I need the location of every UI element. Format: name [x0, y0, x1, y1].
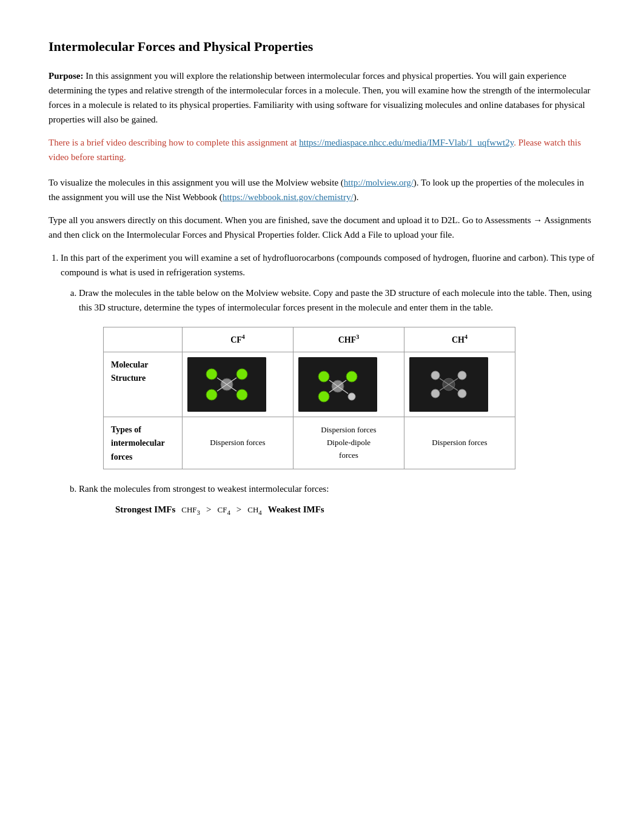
upload-instructions: Type all you answers directly on this do…	[49, 213, 595, 242]
molview-paragraph: To visualize the molecules in this assig…	[49, 175, 595, 204]
molecule-table-container: CF4 CHF3 CH4	[103, 327, 595, 469]
col-header-chf3: CHF3	[293, 327, 404, 352]
q1-sublist: Draw the molecules in the table below on…	[79, 286, 595, 518]
page-title: Intermolecular Forces and Physical Prope…	[49, 36, 595, 56]
purpose-text: In this assignment you will explore the …	[49, 71, 591, 124]
col-header-ch4: CH4	[404, 327, 515, 352]
svg-point-4	[206, 389, 217, 400]
mol1-name: CHF3	[181, 504, 200, 518]
cf4-imf-cell: Dispersion forces	[183, 417, 293, 469]
svg-point-13	[346, 371, 357, 382]
molview-text1: To visualize the molecules in this assig…	[49, 178, 344, 187]
nist-link[interactable]: https://webbook.nist.gov/chemistry/	[223, 192, 354, 202]
main-questions: In this part of the experiment you will …	[61, 250, 595, 518]
chf3-imf-line1: Dispersion forces	[321, 425, 376, 434]
svg-point-15	[348, 393, 355, 400]
ch4-mol-image	[409, 357, 488, 412]
svg-point-3	[236, 369, 247, 380]
cf4-structure-cell	[183, 352, 293, 417]
ch4-svg	[409, 357, 488, 412]
svg-point-12	[318, 371, 329, 382]
cf4-mol-image	[187, 357, 266, 412]
chf3-mol-image	[298, 357, 377, 412]
molview-link[interactable]: http://molview.org/	[344, 178, 414, 187]
nist-text2: ).	[354, 192, 359, 202]
q1b: Rank the molecules from strongest to wea…	[79, 481, 595, 518]
mol3-name: CH4	[247, 504, 261, 518]
video-line1: There is a brief video describing how to…	[49, 138, 299, 147]
chf3-imf-line2: Dipole-dipole	[327, 438, 371, 447]
chf3-imf-line3: forces	[339, 451, 358, 460]
cf4-svg	[187, 357, 266, 412]
strongest-label: Strongest IMFs	[115, 502, 175, 517]
molecular-structure-row: Molecular Structure	[104, 352, 515, 417]
purpose-label: Purpose:	[49, 71, 84, 81]
question-1: In this part of the experiment you will …	[61, 250, 595, 518]
molecule-table: CF4 CHF3 CH4	[103, 327, 515, 469]
ch4-structure-cell	[404, 352, 515, 417]
video-link[interactable]: https://mediaspace.nhcc.edu/media/IMF-Vl…	[299, 138, 514, 147]
q1b-text: Rank the molecules from strongest to wea…	[79, 484, 329, 494]
svg-point-25	[458, 389, 466, 398]
chf3-structure-cell	[293, 352, 404, 417]
q1-text: In this part of the experiment you will …	[61, 253, 594, 277]
sep2: >	[236, 502, 241, 517]
q1a: Draw the molecules in the table below on…	[79, 286, 595, 469]
chf3-imf-cell: Dispersion forces Dipole-dipole forces	[293, 417, 404, 469]
mol2-name: CF4	[218, 504, 230, 518]
ranking-row: Strongest IMFs CHF3 > CF4 > CH4 Weakest …	[115, 502, 595, 518]
svg-point-14	[318, 391, 329, 402]
imf-row: Types of intermolecular forces Dispersio…	[104, 417, 515, 469]
q1a-text: Draw the molecules in the table below on…	[79, 288, 592, 312]
svg-point-2	[206, 369, 217, 380]
video-block: There is a brief video describing how to…	[49, 135, 595, 164]
svg-point-22	[431, 371, 440, 380]
ch4-imf-cell: Dispersion forces	[404, 417, 515, 469]
sep1: >	[206, 502, 211, 517]
svg-point-24	[431, 389, 440, 398]
table-header-row: CF4 CHF3 CH4	[104, 327, 515, 352]
col-header-cf4: CF4	[183, 327, 293, 352]
mol-structure-label: Molecular Structure	[104, 352, 183, 417]
chf3-svg	[298, 357, 377, 412]
purpose-block: Purpose: In this assignment you will exp…	[49, 69, 595, 127]
svg-point-5	[236, 389, 247, 400]
svg-point-23	[458, 371, 466, 380]
imf-label: Types of intermolecular forces	[104, 417, 183, 469]
weakest-label: Weakest IMFs	[268, 502, 324, 517]
ranking-container: Strongest IMFs CHF3 > CF4 > CH4 Weakest …	[91, 502, 595, 518]
